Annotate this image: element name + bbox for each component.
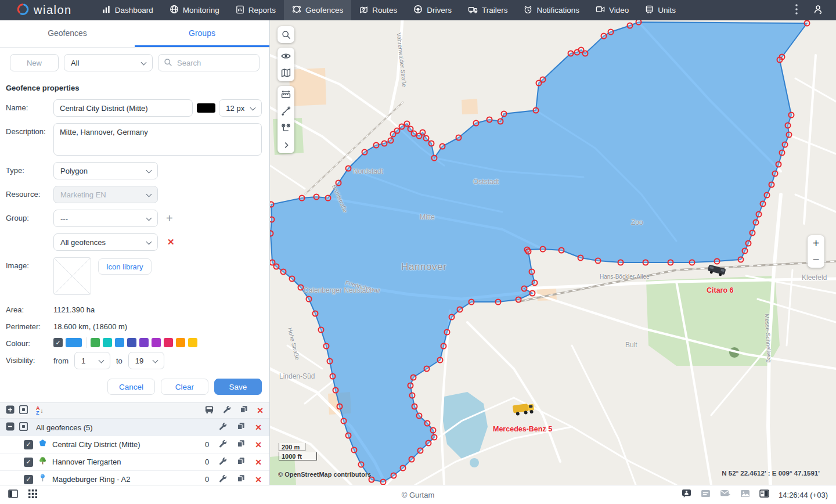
notices-list-icon[interactable]	[701, 489, 711, 500]
icon-library-button[interactable]: Icon library	[98, 258, 152, 275]
wialon-logo[interactable]: wialon	[16, 3, 72, 18]
group-dropdown[interactable]: ---	[53, 210, 158, 227]
perimeter-value: 18.600 km, (18600 m)	[53, 318, 127, 331]
nav-reports[interactable]: Reports	[228, 0, 284, 20]
measure-ruler-button[interactable]	[278, 86, 294, 103]
delete-icon[interactable]: ✕	[255, 476, 262, 484]
geofence-row[interactable]: ✓ Hannover Tiergarten 0 ✕	[0, 453, 269, 471]
incoming-mail-icon[interactable]	[720, 489, 731, 500]
font-size-dropdown[interactable]: 12 px	[219, 99, 262, 117]
chevron-down-icon	[141, 60, 147, 66]
remove-group-icon[interactable]: ✕	[167, 237, 175, 247]
add-group-icon[interactable]: +	[166, 213, 173, 224]
nav-drivers[interactable]: Drivers	[405, 0, 460, 20]
unit-marker-citaro[interactable]: Citaro 6	[707, 264, 734, 294]
copy-icon[interactable]	[237, 440, 245, 450]
name-field[interactable]	[53, 99, 193, 117]
colour-swatch[interactable]	[139, 338, 149, 347]
colour-swatch[interactable]	[115, 338, 124, 347]
scale-imperial: 1000 ft	[279, 452, 317, 460]
colour-swatch[interactable]	[91, 338, 100, 347]
nav-notifications[interactable]: Notifications	[516, 0, 588, 20]
nav-video[interactable]: Video	[588, 0, 637, 20]
copy-icon[interactable]	[237, 422, 245, 433]
delete-icon[interactable]: ✕	[255, 423, 262, 431]
geofence-group-row[interactable]: All geofences (5) ✕	[0, 419, 269, 436]
nav-routes[interactable]: Routes	[351, 0, 405, 20]
cancel-button[interactable]: Cancel	[107, 379, 155, 395]
geofence-nodes-button[interactable]	[278, 120, 294, 136]
row-checkbox-checked[interactable]: ✓	[24, 475, 33, 484]
tab-groups[interactable]: Groups	[135, 20, 269, 47]
colour-swatch[interactable]	[152, 338, 161, 347]
colour-swatch[interactable]	[103, 338, 112, 347]
select-visible-icon[interactable]	[19, 405, 28, 416]
map-search-button[interactable]	[278, 26, 294, 43]
row-checkbox-checked[interactable]: ✓	[24, 458, 33, 467]
colour-checkbox[interactable]: ✓	[53, 338, 63, 347]
overflow-menu-icon[interactable]	[795, 4, 798, 17]
delete-icon[interactable]: ✕	[255, 441, 262, 449]
select-group-icon[interactable]	[19, 422, 28, 433]
filter-dropdown[interactable]: All	[64, 54, 153, 71]
tab-geofences[interactable]: Geofences	[0, 20, 135, 47]
copy-icon[interactable]	[237, 457, 245, 467]
reading-panel-icon[interactable]	[759, 489, 769, 500]
user-account-icon[interactable]	[813, 4, 823, 17]
properties-wrench-icon[interactable]	[223, 405, 231, 416]
unit-marker-mercedes[interactable]: Mercedes-Benz 5	[511, 401, 552, 433]
colour-swatch[interactable]	[127, 338, 136, 347]
media-image-icon[interactable]	[740, 489, 750, 500]
selected-colour-swatch[interactable]	[66, 338, 82, 347]
expand-toolbar-chevron[interactable]	[278, 136, 294, 153]
collapse-group-icon[interactable]	[6, 422, 15, 433]
chevron-down-icon	[152, 358, 158, 363]
visibility-eye-button[interactable]	[278, 48, 294, 64]
save-button[interactable]: Save	[214, 379, 262, 395]
nav-monitoring[interactable]: Monitoring	[161, 0, 228, 20]
colour-palette: ✓	[53, 335, 197, 348]
type-dropdown[interactable]: Polygon	[53, 162, 158, 179]
new-button[interactable]: New	[10, 54, 59, 71]
clear-button[interactable]: Clear	[161, 379, 208, 395]
delete-icon[interactable]: ✕	[255, 458, 262, 466]
perimeter-label: Perimeter:	[6, 318, 53, 331]
colour-swatch[interactable]	[188, 338, 197, 347]
copy-icon[interactable]	[237, 474, 245, 485]
nav-dashboard[interactable]: Dashboard	[94, 0, 161, 20]
nav-units[interactable]: Units	[637, 0, 684, 20]
toggle-panel-icon[interactable]	[8, 489, 18, 501]
nav-geofences[interactable]: Geofences	[284, 0, 351, 20]
properties-wrench-icon[interactable]	[219, 440, 227, 450]
copy-icon[interactable]	[240, 405, 248, 416]
operator-chat-icon[interactable]	[682, 489, 691, 501]
properties-wrench-icon[interactable]	[219, 474, 227, 485]
zoom-out-button[interactable]: −	[808, 251, 824, 268]
unit-count: 0	[205, 440, 209, 449]
row-checkbox-checked[interactable]: ✓	[24, 440, 33, 449]
apps-grid-icon[interactable]	[28, 489, 37, 501]
image-placeholder[interactable]	[53, 257, 91, 295]
bus-icon	[645, 5, 654, 16]
units-in-geofence-icon[interactable]	[204, 405, 214, 416]
geofence-row[interactable]: ✓ Central City District (Mitte) 0 ✕	[0, 436, 269, 453]
colour-swatch[interactable]	[164, 338, 173, 347]
nav-trailers[interactable]: Trailers	[460, 0, 516, 20]
description-field[interactable]: Mitte, Hannover, Germany	[53, 123, 262, 156]
zoom-in-button[interactable]: +	[808, 235, 824, 251]
visibility-from-dropdown[interactable]: 1	[74, 352, 110, 369]
group-assign-dropdown[interactable]: All geofences	[53, 233, 158, 251]
delete-icon[interactable]: ✕	[257, 406, 264, 415]
sort-az-icon[interactable]: AZ↓	[36, 406, 44, 415]
routing-button[interactable]	[278, 103, 294, 120]
geofence-row[interactable]: ✓ Magdeburger Ring - A2 0 ✕	[0, 471, 269, 485]
text-color-swatch[interactable]	[197, 103, 216, 113]
properties-wrench-icon[interactable]	[219, 457, 227, 467]
map-area[interactable]: NordstadtOststadtMitteHannoverCalenberge…	[270, 20, 836, 485]
visibility-to-dropdown[interactable]: 19	[128, 352, 164, 369]
properties-wrench-icon[interactable]	[219, 422, 227, 433]
colour-swatch[interactable]	[176, 338, 185, 347]
map-layers-button[interactable]	[278, 64, 294, 81]
search-input[interactable]	[158, 54, 260, 71]
expand-all-icon[interactable]	[6, 405, 15, 416]
